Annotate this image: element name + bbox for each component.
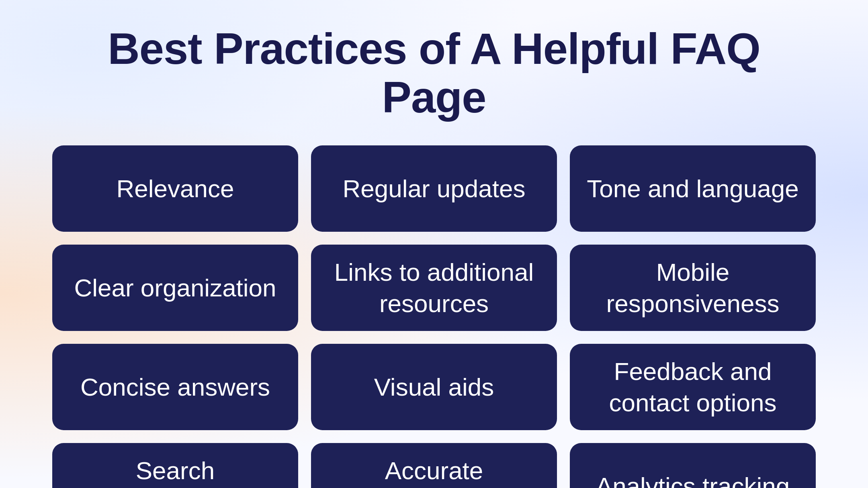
card-label-regular-updates: Regular updates bbox=[343, 173, 526, 204]
card-label-analytics-tracking: Analytics tracking bbox=[596, 471, 790, 488]
card-label-mobile-responsiveness: Mobile responsiveness bbox=[586, 257, 800, 319]
card-concise-answers: Concise answers bbox=[52, 344, 298, 430]
card-visual-aids: Visual aids bbox=[311, 344, 557, 430]
card-tone-and-language: Tone and language bbox=[570, 145, 816, 232]
practices-grid: RelevanceRegular updatesTone and languag… bbox=[52, 145, 816, 488]
card-accurate-information: Accurate information bbox=[311, 443, 557, 488]
card-label-tone-and-language: Tone and language bbox=[587, 173, 798, 204]
card-label-links-to-additional-resources: Links to additional resources bbox=[327, 257, 541, 319]
card-label-feedback-and-contact-options: Feedback and contact options bbox=[586, 356, 800, 418]
card-label-clear-organization: Clear organization bbox=[74, 272, 276, 304]
card-clear-organization: Clear organization bbox=[52, 245, 298, 331]
card-search-functionality: Search functionality bbox=[52, 443, 298, 488]
card-feedback-and-contact-options: Feedback and contact options bbox=[570, 344, 816, 430]
card-label-visual-aids: Visual aids bbox=[374, 372, 494, 403]
card-label-concise-answers: Concise answers bbox=[80, 372, 270, 403]
card-mobile-responsiveness: Mobile responsiveness bbox=[570, 245, 816, 331]
card-regular-updates: Regular updates bbox=[311, 145, 557, 232]
card-links-to-additional-resources: Links to additional resources bbox=[311, 245, 557, 331]
card-label-accurate-information: Accurate information bbox=[327, 455, 541, 488]
card-label-search-functionality: Search functionality bbox=[68, 455, 282, 488]
card-label-relevance: Relevance bbox=[117, 173, 234, 204]
card-relevance: Relevance bbox=[52, 145, 298, 232]
page-title: Best Practices of A Helpful FAQ Page bbox=[52, 24, 816, 121]
card-analytics-tracking: Analytics tracking bbox=[570, 443, 816, 488]
page-wrapper: Best Practices of A Helpful FAQ Page Rel… bbox=[0, 0, 868, 488]
